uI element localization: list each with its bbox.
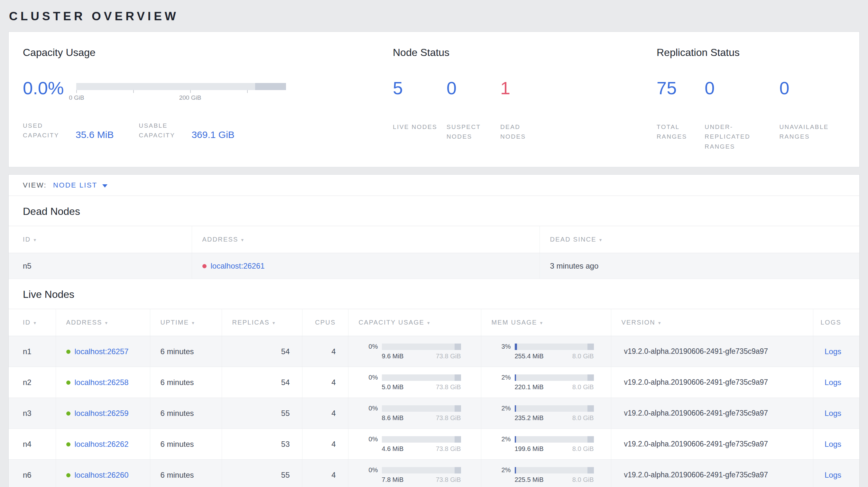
node-id: n3 [9, 398, 56, 429]
mem-percent: 2% [492, 404, 511, 412]
bar-end-segment [455, 405, 461, 412]
capacity-used-value: 4.6 MiB [382, 445, 404, 453]
sort-arrow-icon: ▾ [599, 237, 602, 242]
suspect-nodes-label: SUSPECT NODES [446, 122, 492, 142]
total-ranges-count: 75 [657, 79, 705, 97]
bar-end-segment [455, 467, 461, 474]
mem-total-value: 8.0 GiB [572, 353, 594, 360]
node-address-link[interactable]: localhost:26259 [75, 409, 129, 418]
live-col-replicas[interactable]: REPLICAS▾ [222, 309, 302, 336]
node-capacity-usage-cell: 0% 5.0 MiB 73.8 GiB [348, 367, 481, 398]
node-status-section: Node Status 5 LIVE NODES 0 SUSPECT NODES… [393, 46, 657, 152]
node-mem-usage-cell: 2% 199.6 MiB 8.0 GiB [481, 429, 611, 460]
logs-link[interactable]: Logs [825, 347, 841, 356]
mem-total-value: 8.0 GiB [572, 414, 594, 422]
node-address-cell: localhost:26259 [56, 398, 150, 429]
view-dropdown[interactable]: NODE LIST [53, 181, 107, 190]
live-col-address[interactable]: ADDRESS▾ [56, 309, 150, 336]
node-uptime: 6 minutes [150, 336, 222, 367]
cluster-overview-page: CLUSTER OVERVIEW Capacity Usage 0.0% [0, 0, 868, 487]
bar-end-segment [587, 375, 594, 381]
node-status-title: Node Status [393, 46, 657, 59]
logs-link[interactable]: Logs [825, 409, 841, 418]
live-col-capacity-usage[interactable]: CAPACITY USAGE▾ [348, 309, 481, 336]
node-mem-usage-cell: 3% 255.4 MiB 8.0 GiB [481, 336, 611, 367]
mem-total-value: 8.0 GiB [572, 476, 594, 483]
bar-fill [515, 405, 516, 412]
capacity-total-value: 73.8 GiB [436, 476, 461, 483]
sort-arrow-icon: ▾ [273, 320, 275, 326]
node-address-cell: localhost:26260 [56, 460, 150, 487]
page-title: CLUSTER OVERVIEW [8, 0, 860, 32]
capacity-percent: 0% [359, 374, 378, 381]
mem-usage-bar [515, 405, 594, 412]
node-capacity-usage-cell: 0% 8.6 MiB 73.8 GiB [348, 398, 481, 429]
sort-arrow-icon: ▾ [658, 320, 661, 326]
node-version: v19.2.0-alpha.20190606-2491-gfe735c9a97 [611, 367, 813, 398]
node-version: v19.2.0-alpha.20190606-2491-gfe735c9a97 [611, 460, 813, 487]
bar-end-segment [455, 344, 461, 350]
live-nodes-stat: 5 LIVE NODES [393, 79, 446, 142]
live-nodes-table: ID▾ ADDRESS▾ UPTIME▾ REPLICAS▾ CPUS CAPA… [9, 309, 859, 487]
live-col-version[interactable]: VERSION▾ [611, 309, 813, 336]
mem-percent: 2% [492, 374, 511, 381]
node-mem-usage-cell: 2% 235.2 MiB 8.0 GiB [481, 398, 611, 429]
live-col-mem-usage[interactable]: MEM USAGE▾ [481, 309, 611, 336]
node-address-link[interactable]: localhost:26261 [211, 261, 265, 270]
node-address-link[interactable]: localhost:26260 [75, 470, 129, 479]
bar-end-segment [587, 405, 594, 412]
capacity-usage-title: Capacity Usage [23, 46, 393, 59]
sort-arrow-icon: ▾ [33, 320, 36, 326]
live-col-uptime[interactable]: UPTIME▾ [150, 309, 222, 336]
replication-status-section: Replication Status 75 TOTAL RANGES 0 UND… [657, 46, 845, 152]
mem-percent: 3% [492, 343, 511, 350]
live-status-icon [66, 473, 70, 477]
used-capacity-value: 35.6 MiB [75, 129, 114, 140]
capacity-used-percent: 0.0% [23, 79, 76, 104]
mem-percent: 2% [492, 435, 511, 443]
live-node-row: n6 localhost:26260 6 minutes 55 4 0% 7.8… [9, 460, 859, 487]
node-address-cell: localhost:26258 [56, 367, 150, 398]
axis-tick [247, 90, 248, 93]
node-cpus: 4 [302, 429, 348, 460]
node-address-link[interactable]: localhost:26257 [75, 347, 129, 356]
axis-tick [190, 90, 191, 93]
node-logs-cell: Logs [813, 336, 859, 367]
cluster-summary-card: Capacity Usage 0.0% 0 GiB 200 GiB [8, 32, 860, 167]
sort-arrow-icon: ▾ [105, 320, 108, 326]
node-address-cell: localhost:26257 [56, 336, 150, 367]
mem-used-value: 199.6 MiB [515, 445, 544, 453]
capacity-usage-section: Capacity Usage 0.0% 0 GiB 200 GiB [23, 46, 393, 152]
axis-tick [133, 90, 134, 93]
under-replicated-ranges-stat: 0 UNDER-REPLICATED RANGES [705, 79, 779, 152]
node-replicas: 55 [222, 398, 302, 429]
capacity-total-value: 73.8 GiB [436, 383, 461, 391]
dead-col-address[interactable]: ADDRESS▾ [192, 226, 539, 253]
node-id: n4 [9, 429, 56, 460]
dead-col-id[interactable]: ID▾ [9, 226, 192, 253]
node-id: n5 [9, 253, 192, 279]
node-id: n6 [9, 460, 56, 487]
bar-end-segment [455, 375, 461, 381]
live-status-icon [66, 442, 70, 447]
logs-link[interactable]: Logs [825, 470, 841, 479]
mem-usage-bar [515, 344, 594, 350]
node-replicas: 54 [222, 336, 302, 367]
sort-arrow-icon: ▾ [540, 320, 543, 326]
live-col-id[interactable]: ID▾ [9, 309, 56, 336]
capacity-usage-bar [382, 344, 461, 350]
mem-used-value: 220.1 MiB [515, 383, 544, 391]
suspect-nodes-stat: 0 SUSPECT NODES [446, 79, 500, 142]
capacity-used-value: 5.0 MiB [382, 383, 404, 391]
logs-link[interactable]: Logs [825, 440, 841, 448]
node-uptime: 6 minutes [150, 398, 222, 429]
node-address-link[interactable]: localhost:26258 [75, 378, 129, 387]
dead-nodes-count: 1 [500, 79, 554, 97]
node-address-cell: localhost:26262 [56, 429, 150, 460]
logs-link[interactable]: Logs [825, 378, 841, 387]
node-address-link[interactable]: localhost:26262 [75, 440, 129, 448]
capacity-bar-axis: 0 GiB 200 GiB [76, 90, 286, 104]
capacity-bar-track [76, 83, 286, 90]
mem-total-value: 8.0 GiB [572, 445, 594, 453]
dead-col-dead-since[interactable]: DEAD SINCE▾ [539, 226, 859, 253]
